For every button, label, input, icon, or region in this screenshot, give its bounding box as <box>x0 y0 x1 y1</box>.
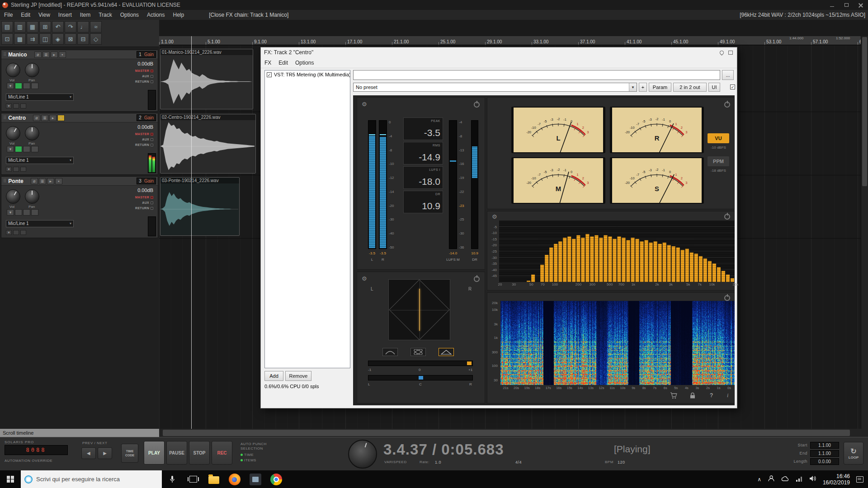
minimize-button[interactable] <box>825 0 839 10</box>
routing-button[interactable]: ▸ <box>47 178 54 184</box>
record-monitor-button[interactable] <box>15 209 22 216</box>
fx-menu-options[interactable]: Options <box>292 60 317 66</box>
track-name[interactable]: Ponte <box>8 178 23 184</box>
network-icon[interactable] <box>796 475 803 483</box>
record-arm-button[interactable] <box>23 83 30 89</box>
media-item-manico[interactable]: 01-Manico-190214_2226.wav <box>160 49 253 109</box>
horizontal-scrollbar-thumb[interactable] <box>163 430 850 436</box>
ppm-mode-button[interactable]: PPM <box>708 156 729 166</box>
stop-button[interactable]: STOP <box>189 441 210 465</box>
balance-slider-handle[interactable] <box>419 376 423 380</box>
close-button[interactable] <box>854 0 868 10</box>
envelope-button[interactable]: ≣ <box>41 115 48 121</box>
taskbar-search[interactable]: Scrivi qui per eseguire la ricerca <box>21 470 162 488</box>
track-gain-value[interactable]: 0.00dB <box>137 188 153 193</box>
group-toggle-button[interactable]: ◫ <box>39 33 51 45</box>
new-project-button[interactable]: ▤ <box>1 21 13 33</box>
track-option-button-1[interactable] <box>13 103 19 108</box>
tray-expand-chevron[interactable]: ∧ <box>757 476 761 483</box>
gear-icon[interactable]: ⚙ <box>492 214 497 220</box>
gear-icon[interactable]: ⚙ <box>362 276 367 282</box>
dictation-mic-button[interactable] <box>162 470 183 488</box>
action-center-icon[interactable] <box>856 476 863 483</box>
user-account-icon[interactable] <box>768 475 775 484</box>
record-button[interactable]: REC <box>212 441 232 465</box>
ripple-edit-button[interactable]: ⇉ <box>27 33 38 45</box>
fx-chain-entry[interactable]: ✓ VST: TR5 Metering (IK Multimedia) <box>265 70 350 79</box>
fx-chain-list[interactable]: ✓ VST: TR5 Metering (IK Multimedia) <box>264 70 350 368</box>
track-panel-ponte[interactable]: ⠿ Ponte ø ≣ ▸ ▪ 3 Gain Vol Pan 0.00dB MA… <box>1 176 158 238</box>
fx-menu-edit[interactable]: Edit <box>275 60 292 66</box>
loop-start-value[interactable]: 1.1.00 <box>810 442 839 449</box>
envelope-button[interactable]: ≣ <box>42 52 50 58</box>
dock-icon[interactable] <box>728 51 733 55</box>
time-signature[interactable]: 4/4 <box>515 460 522 465</box>
track-grip-icon[interactable]: ⠿ <box>1 178 8 183</box>
snap-toggle-button[interactable]: ⊡ <box>1 33 13 45</box>
start-button[interactable] <box>0 470 21 488</box>
send-return[interactable]: RETURN <box>135 143 153 146</box>
firefox-button[interactable] <box>224 470 245 488</box>
grid-toggle-button[interactable]: ▩ <box>14 33 26 45</box>
timecode-button[interactable]: TIME CODE <box>121 444 138 463</box>
envelope-button[interactable]: ≣ <box>39 178 46 184</box>
stereo-width-slider[interactable] <box>368 361 473 366</box>
menu-insert[interactable]: Insert <box>54 12 76 18</box>
fx-enabled-checkbox[interactable]: ✓ <box>267 72 272 77</box>
mixer-toggle-button[interactable]: ⊟ <box>77 33 89 45</box>
media-item-centro[interactable]: 02-Centro-190214_2226.wav <box>160 114 256 174</box>
power-icon[interactable] <box>724 214 730 220</box>
fx-dropdown-button[interactable]: ▾ <box>7 83 14 89</box>
track-grip-icon[interactable]: ⠿ <box>1 52 8 57</box>
loop-end-value[interactable]: 1.1.00 <box>810 450 839 457</box>
routing-button[interactable]: ▸ <box>49 115 57 121</box>
volume-knob[interactable] <box>6 63 20 77</box>
menu-edit[interactable]: Edit <box>17 12 34 18</box>
routing-button[interactable]: ▸ <box>51 52 58 58</box>
chevron-down-icon[interactable]: ▼ <box>629 83 637 91</box>
automation-mode-button[interactable]: ▾ <box>6 167 12 172</box>
gear-icon[interactable]: ⚙ <box>362 101 367 107</box>
record-monitor-button[interactable] <box>15 146 22 152</box>
input-select[interactable]: Mic/Line 1▾ <box>6 94 74 101</box>
task-view-button[interactable] <box>183 470 203 488</box>
timeline-ruler[interactable]: 1.1.005.1.009.1.0013.1.0017.1.0021.1.002… <box>159 36 861 45</box>
pause-button[interactable]: PAUSE <box>166 441 187 465</box>
power-icon[interactable] <box>724 102 730 108</box>
taskbar-clock[interactable]: 16:46 16/02/2019 <box>823 473 850 486</box>
menu-view[interactable]: View <box>34 12 54 18</box>
help-icon[interactable]: ? <box>710 392 713 399</box>
scope-mode-lissajous-button[interactable] <box>410 348 426 356</box>
io-pin-button[interactable]: 2 in 2 out <box>673 83 707 92</box>
ui-toggle-button[interactable]: UI <box>708 83 720 92</box>
volume-icon[interactable] <box>809 475 816 483</box>
remove-fx-button[interactable]: Remove <box>285 371 311 381</box>
project-settings-button[interactable]: ⊞ <box>39 21 51 33</box>
volume-knob[interactable] <box>6 189 20 204</box>
redo-button[interactable]: ↷ <box>65 21 76 33</box>
bpm-value[interactable]: 120 <box>618 460 625 465</box>
track-grip-icon[interactable]: ⠿ <box>1 115 8 120</box>
track-number-gain-chip[interactable]: 3 Gain <box>137 178 156 184</box>
track-option-button-2[interactable] <box>20 103 26 108</box>
fx-button[interactable]: ▪ <box>55 178 62 184</box>
play-button[interactable]: PLAY <box>144 441 165 465</box>
file-explorer-button[interactable] <box>203 470 224 488</box>
power-icon[interactable] <box>724 295 730 301</box>
preset-combobox[interactable]: No preset ▼ <box>353 83 637 92</box>
input-select[interactable]: Mic/Line 1▾ <box>6 220 74 227</box>
send-aux[interactable]: AUX <box>142 201 153 204</box>
pan-knob[interactable] <box>25 189 39 204</box>
time-selection-checkbox[interactable]: TIME <box>241 453 254 457</box>
add-fx-button[interactable]: Add <box>264 371 283 381</box>
automation-override-label[interactable]: AUTOMATION OVERRIDE <box>5 459 52 463</box>
menu-actions[interactable]: Actions <box>143 12 169 18</box>
varispeed-label[interactable]: VARISPEED <box>384 460 407 464</box>
audio-device-status[interactable]: [96kHz 24bit WAV : 2/2ch 1024spls ~15/12… <box>740 12 865 18</box>
media-explorer-button[interactable]: ◇ <box>90 33 102 45</box>
track-option-button-1[interactable] <box>13 230 19 235</box>
input-select[interactable]: Mic/Line 1▾ <box>6 157 74 164</box>
preset-save-button[interactable]: + <box>639 83 647 92</box>
lock-icon[interactable] <box>690 392 695 401</box>
record-monitor-button[interactable] <box>15 83 22 89</box>
